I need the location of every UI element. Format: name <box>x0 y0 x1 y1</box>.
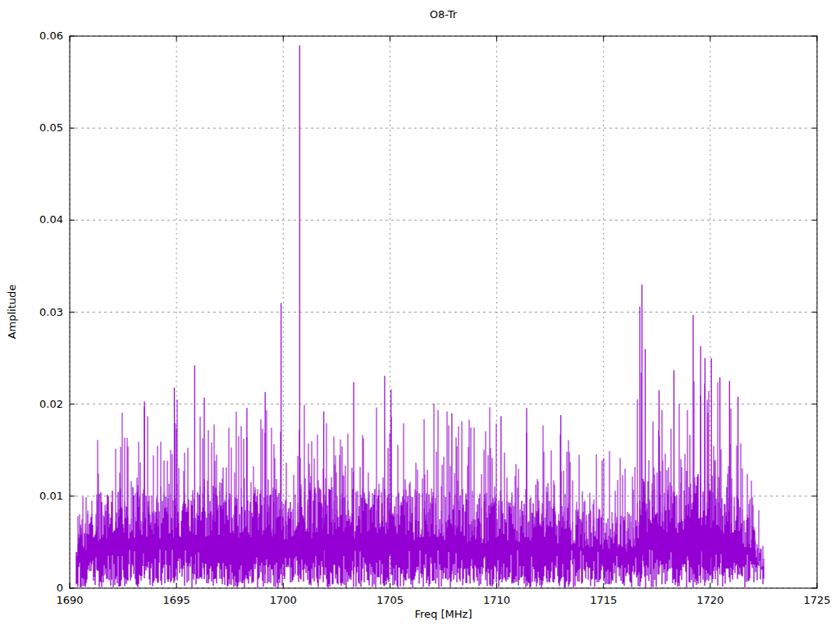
x-tick-label: 1705 <box>377 594 404 606</box>
y-tick-label: 0.05 <box>39 121 63 134</box>
y-tick-label: 0.03 <box>39 306 63 318</box>
x-axis-label: Freq [MHz] <box>70 608 817 620</box>
y-tick-label: 0 <box>57 582 63 594</box>
x-tick-label: 1720 <box>696 594 724 606</box>
x-tick-label: 1690 <box>56 594 83 606</box>
x-tick-label: 1715 <box>590 594 617 606</box>
plot-area: 1690169517001705171017151720172500.010.0… <box>0 0 840 630</box>
chart-title: O8-Tr <box>70 8 817 21</box>
y-axis-label-text: Amplitude <box>6 285 18 340</box>
y-tick-label: 0.02 <box>39 398 63 410</box>
x-tick-label: 1710 <box>483 594 510 606</box>
x-tick-label: 1695 <box>163 594 190 606</box>
x-tick-label: 1725 <box>803 594 830 606</box>
x-tick-label: 1700 <box>270 594 297 606</box>
chart-container: O8-Tr Amplitude Freq [MHz] 1690169517001… <box>0 0 840 630</box>
y-tick-label: 0.04 <box>39 213 63 226</box>
y-tick-label: 0.01 <box>39 490 63 502</box>
y-tick-label: 0.06 <box>39 30 63 42</box>
